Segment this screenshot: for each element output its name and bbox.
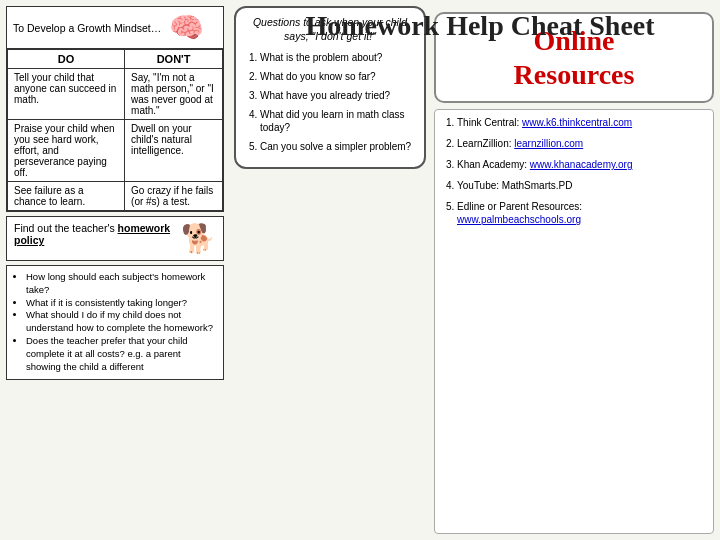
resource-label: YouTube: MathSmarts.PD — [457, 180, 572, 191]
brain-icon: 🧠 — [169, 11, 204, 44]
bullet-points-box: How long should each subject's homework … — [6, 265, 224, 380]
resource-link[interactable]: www.k6.thinkcentral.com — [522, 117, 632, 128]
right-column: Online Resources Think Central: www.k6.t… — [430, 0, 720, 540]
dog-icon: 🐕 — [181, 222, 216, 255]
bullet-list: How long should each subject's homework … — [14, 271, 216, 374]
question-item: What did you learn in math class today? — [260, 108, 414, 134]
do-cell: Tell your child that anyone can succeed … — [8, 69, 125, 120]
do-cell: Praise your child when you see hard work… — [8, 120, 125, 182]
dont-cell: Dwell on your child's natural intelligen… — [125, 120, 223, 182]
growth-mindset-header: To Develop a Growth Mindset… 🧠 — [7, 7, 223, 49]
growth-mindset-label: To Develop a Growth Mindset… — [13, 22, 161, 34]
resource-item: Khan Academy: www.khanacademy.org — [457, 158, 705, 171]
online-resources-heading: Online Resources — [434, 12, 714, 103]
list-item: What should I do if my child does not un… — [26, 309, 216, 335]
resource-link[interactable]: www.palmbeachschools.org — [457, 214, 581, 225]
question-item: What do you know so far? — [260, 70, 414, 83]
resources-list: Think Central: www.k6.thinkcentral.comLe… — [434, 109, 714, 534]
resource-item: YouTube: MathSmarts.PD — [457, 179, 705, 192]
question-item: What is the problem about? — [260, 51, 414, 64]
dont-header: DON'T — [125, 50, 223, 69]
dont-cell: Say, "I'm not a math person," or "I was … — [125, 69, 223, 120]
resource-label: Khan Academy: — [457, 159, 530, 170]
question-item: What have you already tried? — [260, 89, 414, 102]
resource-label: Think Central: — [457, 117, 522, 128]
dont-cell: Go crazy if he fails (or #s) a test. — [125, 182, 223, 211]
resource-item: Edline or Parent Resources: www.palmbeac… — [457, 200, 705, 226]
left-column: To Develop a Growth Mindset… 🧠 DO DON'T … — [0, 0, 230, 540]
middle-column: Questions to ask when your child says, "… — [230, 0, 430, 540]
questions-list: What is the problem about?What do you kn… — [246, 51, 414, 153]
online-heading-line1: Online — [444, 24, 704, 58]
do-header: DO — [8, 50, 125, 69]
table-row: Praise your child when you see hard work… — [8, 120, 223, 182]
questions-box: Questions to ask when your child says, "… — [234, 6, 426, 169]
list-item: Does the teacher prefer that your child … — [26, 335, 216, 373]
do-dont-table: DO DON'T Tell your child that anyone can… — [7, 49, 223, 211]
table-row: See failure as a chance to learn.Go craz… — [8, 182, 223, 211]
table-row: Tell your child that anyone can succeed … — [8, 69, 223, 120]
resource-label: LearnZillion: — [457, 138, 514, 149]
questions-intro: Questions to ask when your child says, "… — [246, 16, 414, 43]
online-heading-line2: Resources — [444, 58, 704, 92]
resource-link[interactable]: www.khanacademy.org — [530, 159, 633, 170]
homework-policy-text: Find out the teacher's homework policy — [14, 222, 177, 248]
growth-mindset-box: To Develop a Growth Mindset… 🧠 DO DON'T … — [6, 6, 224, 212]
resource-item: Think Central: www.k6.thinkcentral.com — [457, 116, 705, 129]
question-item: Can you solve a simpler problem? — [260, 140, 414, 153]
homework-policy-box: Find out the teacher's homework policy 🐕 — [6, 216, 224, 261]
do-cell: See failure as a chance to learn. — [8, 182, 125, 211]
list-item: What if it is consistently taking longer… — [26, 297, 216, 310]
resource-link[interactable]: learnzillion.com — [514, 138, 583, 149]
resource-label: Edline or Parent Resources: — [457, 201, 582, 212]
resources-ol: Think Central: www.k6.thinkcentral.comLe… — [443, 116, 705, 226]
resource-item: LearnZillion: learnzillion.com — [457, 137, 705, 150]
policy-title: Find out the teacher's homework policy — [14, 222, 177, 246]
list-item: How long should each subject's homework … — [26, 271, 216, 297]
